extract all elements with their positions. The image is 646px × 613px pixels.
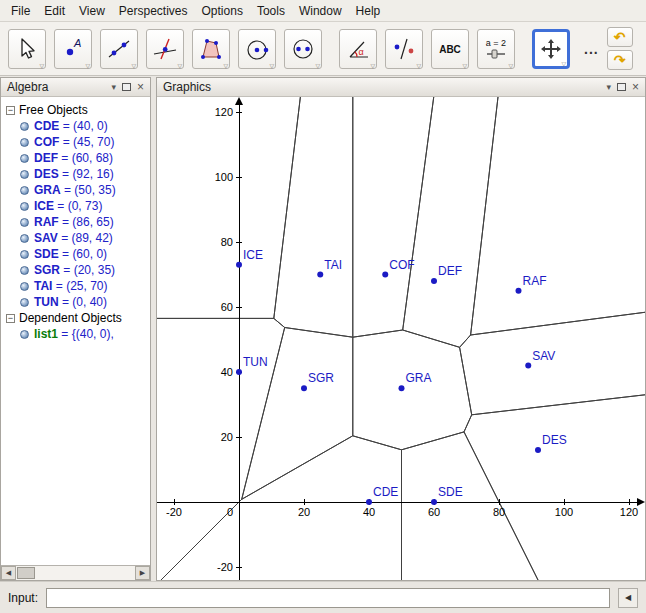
algebra-item-ice[interactable]: ICE = (0, 73) <box>4 198 150 214</box>
point-raf[interactable] <box>516 288 522 294</box>
undock-icon[interactable] <box>617 83 626 91</box>
point-tool-button[interactable]: A ▽ <box>54 29 92 69</box>
point-cof[interactable] <box>382 272 388 278</box>
algebra-item-sav[interactable]: SAV = (89, 42) <box>4 230 150 246</box>
tool-dropdown-icon[interactable]: ▽ <box>315 63 320 69</box>
svg-text:α: α <box>359 46 364 56</box>
tool-dropdown-icon[interactable]: ▽ <box>85 63 90 69</box>
close-icon[interactable]: × <box>137 81 144 93</box>
reflect-icon <box>391 36 417 62</box>
scroll-thumb[interactable] <box>17 567 35 579</box>
reflect-tool-button[interactable]: ▽ <box>385 29 423 69</box>
graphics-panel-title[interactable]: Graphics ▾ × <box>157 78 645 97</box>
algebra-item-sgr[interactable]: SGR = (20, 35) <box>4 262 150 278</box>
point-gra[interactable] <box>399 385 405 391</box>
point-des[interactable] <box>535 447 541 453</box>
tool-dropdown-icon[interactable]: ▽ <box>269 63 274 69</box>
tool-dropdown-icon[interactable]: ▽ <box>131 63 136 69</box>
object-relation: = <box>60 263 74 277</box>
algebra-item-gra[interactable]: GRA = (50, 35) <box>4 182 150 198</box>
visibility-marble-icon[interactable] <box>20 138 29 147</box>
collapse-icon[interactable]: − <box>6 314 15 323</box>
visibility-marble-icon[interactable] <box>20 266 29 275</box>
point-sde[interactable] <box>431 499 437 505</box>
undo-button[interactable]: ↶ <box>607 27 633 47</box>
object-value: {(40, 0), <box>72 327 114 341</box>
visibility-marble-icon[interactable] <box>20 170 29 179</box>
menu-window[interactable]: Window <box>292 1 349 21</box>
move-tool-button[interactable]: ▽ <box>8 29 46 69</box>
menu-view[interactable]: View <box>72 1 112 21</box>
line-tool-button[interactable]: ▽ <box>100 29 138 69</box>
chevron-down-icon[interactable]: ▾ <box>111 83 116 92</box>
more-tools-button[interactable]: ... <box>584 41 599 57</box>
visibility-marble-icon[interactable] <box>20 234 29 243</box>
polygon-tool-button[interactable]: ▽ <box>192 29 230 69</box>
point-sav[interactable] <box>525 363 531 369</box>
algebra-item-def[interactable]: DEF = (60, 68) <box>4 150 150 166</box>
algebra-item-tun[interactable]: TUN = (0, 40) <box>4 294 150 310</box>
point-def[interactable] <box>431 278 437 284</box>
tool-dropdown-icon[interactable]: ▽ <box>561 61 566 67</box>
visibility-marble-icon[interactable] <box>20 250 29 259</box>
algebra-item-tai[interactable]: TAI = (25, 70) <box>4 278 150 294</box>
point-cde[interactable] <box>366 499 372 505</box>
scroll-left-button[interactable]: ◀ <box>1 566 16 580</box>
visibility-marble-icon[interactable] <box>20 282 29 291</box>
visibility-marble-icon[interactable] <box>20 154 29 163</box>
algebra-item-list1[interactable]: list1 = {(40, 0), <box>4 326 150 342</box>
menu-perspectives[interactable]: Perspectives <box>112 1 195 21</box>
visibility-marble-icon[interactable] <box>20 186 29 195</box>
algebra-item-sde[interactable]: SDE = (60, 0) <box>4 246 150 262</box>
algebra-item-raf[interactable]: RAF = (86, 65) <box>4 214 150 230</box>
visibility-marble-icon[interactable] <box>20 218 29 227</box>
menu-file[interactable]: File <box>4 1 37 21</box>
perpendicular-line-tool-button[interactable]: ▽ <box>146 29 184 69</box>
menu-options[interactable]: Options <box>195 1 250 21</box>
object-name: CDE <box>34 119 59 133</box>
object-relation: = <box>58 151 72 165</box>
tool-dropdown-icon[interactable]: ▽ <box>508 63 513 69</box>
collapse-icon[interactable]: − <box>6 106 15 115</box>
redo-button[interactable]: ↷ <box>607 50 633 70</box>
algebra-panel-title[interactable]: Algebra ▾ × <box>1 78 150 97</box>
scroll-right-button[interactable]: ▶ <box>135 566 150 580</box>
conic-tool-button[interactable]: ▽ <box>284 29 322 69</box>
text-tool-button[interactable]: ABC ▽ <box>431 29 469 69</box>
move-graphics-view-button[interactable]: ▽ <box>532 29 570 69</box>
scroll-left-icon: ◀ <box>6 569 11 577</box>
chevron-down-icon[interactable]: ▾ <box>606 83 611 92</box>
tool-dropdown-icon[interactable]: ▽ <box>462 63 467 69</box>
algebra-hscrollbar[interactable]: ◀ ▶ <box>1 565 150 580</box>
point-sgr[interactable] <box>301 385 307 391</box>
algebra-item-des[interactable]: DES = (92, 16) <box>4 166 150 182</box>
undock-icon[interactable] <box>122 83 131 91</box>
tool-dropdown-icon[interactable]: ▽ <box>177 63 182 69</box>
tool-dropdown-icon[interactable]: ▽ <box>416 63 421 69</box>
menu-edit[interactable]: Edit <box>37 1 72 21</box>
point-tun[interactable] <box>236 369 242 375</box>
visibility-marble-icon[interactable] <box>20 298 29 307</box>
circle-tool-button[interactable]: ▽ <box>238 29 276 69</box>
tool-dropdown-icon[interactable]: ▽ <box>370 63 375 69</box>
point-ice[interactable] <box>236 262 242 268</box>
slider-tool-button[interactable]: a = 2 ▽ <box>477 29 515 69</box>
tool-dropdown-icon[interactable]: ▽ <box>223 63 228 69</box>
input-field[interactable] <box>46 588 610 608</box>
algebra-item-cof[interactable]: COF = (45, 70) <box>4 134 150 150</box>
algebra-item-cde[interactable]: CDE = (40, 0) <box>4 118 150 134</box>
angle-tool-button[interactable]: α ▽ <box>339 29 377 69</box>
tree-group-free-objects[interactable]: −Free Objects <box>4 102 150 118</box>
input-help-button[interactable]: ◀ <box>618 588 638 608</box>
visibility-marble-icon[interactable] <box>20 202 29 211</box>
menu-help[interactable]: Help <box>349 1 388 21</box>
tree-group-dependent-objects[interactable]: −Dependent Objects <box>4 310 150 326</box>
visibility-marble-icon[interactable] <box>20 122 29 131</box>
tool-dropdown-icon[interactable]: ▽ <box>39 63 44 69</box>
point-tai[interactable] <box>317 272 323 278</box>
graphics-view[interactable]: -2020406080100120-20204060801001200CDECO… <box>157 97 645 580</box>
voronoi-diagram[interactable]: -2020406080100120-20204060801001200CDECO… <box>157 97 645 580</box>
close-icon[interactable]: × <box>632 81 639 93</box>
visibility-marble-icon[interactable] <box>20 330 29 339</box>
menu-tools[interactable]: Tools <box>250 1 292 21</box>
